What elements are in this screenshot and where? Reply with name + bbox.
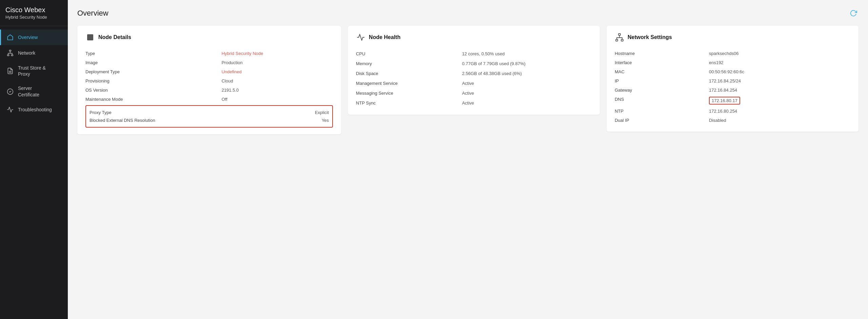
blocked-dns-row: Blocked External DNS Resolution Yes <box>90 116 329 124</box>
table-row: Image Production <box>85 58 333 67</box>
blocked-dns-value: Yes <box>322 118 329 123</box>
table-row: IP 172.16.84.25/24 <box>615 76 850 86</box>
table-row: NTP 172.16.80.254 <box>615 107 850 116</box>
hostname-value: sparksechds06 <box>709 49 850 58</box>
mac-value: 00:50:56:92:60:6c <box>709 67 850 76</box>
image-label: Image <box>85 58 221 67</box>
type-label: Type <box>85 49 221 58</box>
table-row: Dual IP Disabled <box>615 116 850 125</box>
cards-row: Node Details Type Hybrid Security Node I… <box>77 26 859 134</box>
node-health-title: Node Health <box>356 33 592 42</box>
node-health-card: Node Health CPU 12 cores, 0.50% used Mem… <box>348 26 600 115</box>
activity-icon <box>6 106 14 113</box>
certificate-icon <box>6 88 14 95</box>
server-square-icon <box>86 33 94 41</box>
ip-value: 172.16.84.25/24 <box>709 76 850 86</box>
ip-label: IP <box>615 76 709 86</box>
proxy-box: Proxy Type Explicit Blocked External DNS… <box>85 105 333 128</box>
table-row: Gateway 172.16.84.254 <box>615 86 850 95</box>
os-version-value: 2191.5.0 <box>221 86 333 95</box>
cisco-text: Cisco <box>5 6 22 14</box>
main-header: Overview <box>77 8 859 18</box>
sidebar: Cisco Webex Hybrid Security Node Overvie… <box>0 0 68 319</box>
table-row: Memory 0.77GB of 7.79GB used (9.87%) <box>356 59 592 69</box>
deployment-type-value: Undefined <box>221 67 333 76</box>
disk-space-value: 2.56GB of 48.38GB used (6%) <box>462 69 592 78</box>
dns-label: DNS <box>615 95 709 107</box>
product-subtitle: Hybrid Security Node <box>5 15 62 20</box>
ntp-value: 172.16.80.254 <box>709 107 850 116</box>
ntp-sync-value: Active <box>462 98 592 108</box>
proxy-type-label: Proxy Type <box>90 110 112 115</box>
maintenance-mode-label: Maintenance Mode <box>85 95 221 104</box>
management-service-value: Active <box>462 78 592 88</box>
sidebar-item-overview-label: Overview <box>18 34 38 40</box>
table-row: OS Version 2191.5.0 <box>85 86 333 95</box>
cpu-value: 12 cores, 0.50% used <box>462 49 592 59</box>
gateway-value: 172.16.84.254 <box>709 86 850 95</box>
deployment-type-label: Deployment Type <box>85 67 221 76</box>
table-row: Deployment Type Undefined <box>85 67 333 76</box>
sidebar-item-network-label: Network <box>18 50 35 56</box>
sidebar-item-trust-store-proxy[interactable]: Trust Store &Proxy <box>0 61 68 81</box>
dns-row: DNS 172.16.80.17 <box>615 95 850 107</box>
table-row: Maintenance Mode Off <box>85 95 333 104</box>
network-settings-icon <box>615 33 624 42</box>
network-settings-card: Network Settings Hostname sparksechds06 … <box>607 26 859 132</box>
provisioning-value: Cloud <box>221 76 333 86</box>
node-details-card: Node Details Type Hybrid Security Node I… <box>77 26 341 134</box>
messaging-service-value: Active <box>462 88 592 98</box>
page-title: Overview <box>77 9 108 18</box>
table-row: Disk Space 2.56GB of 48.38GB used (6%) <box>356 69 592 78</box>
management-service-label: Management Service <box>356 78 462 88</box>
network-topology-icon <box>615 33 624 42</box>
home-icon <box>6 34 14 41</box>
activity-health-icon <box>357 33 365 41</box>
sidebar-item-server-cert-label: ServerCertificate <box>18 85 39 97</box>
gateway-label: Gateway <box>615 86 709 95</box>
network-icon <box>6 49 14 57</box>
brand-name: Cisco Webex <box>5 6 62 14</box>
table-row: Type Hybrid Security Node <box>85 49 333 58</box>
proxy-type-row: Proxy Type Explicit <box>90 109 329 116</box>
table-row: NTP Sync Active <box>356 98 592 108</box>
node-health-table: CPU 12 cores, 0.50% used Memory 0.77GB o… <box>356 49 592 108</box>
image-value: Production <box>221 58 333 67</box>
sidebar-item-server-certificate[interactable]: ServerCertificate <box>0 81 68 101</box>
sidebar-item-trust-store-label: Trust Store &Proxy <box>18 65 46 77</box>
provisioning-label: Provisioning <box>85 76 221 86</box>
node-details-table: Type Hybrid Security Node Image Producti… <box>85 49 333 104</box>
memory-label: Memory <box>356 59 462 69</box>
dns-value: 172.16.80.17 <box>709 95 850 107</box>
main-content: Overview Node Details <box>68 0 868 319</box>
node-details-title: Node Details <box>85 33 333 42</box>
table-row: Messaging Service Active <box>356 88 592 98</box>
hostname-label: Hostname <box>615 49 709 58</box>
sidebar-item-troubleshooting-label: Troubleshooting <box>18 107 52 113</box>
sidebar-item-network[interactable]: Network <box>0 45 68 61</box>
dual-ip-label: Dual IP <box>615 116 709 125</box>
memory-value: 0.77GB of 7.79GB used (9.87%) <box>462 59 592 69</box>
table-row: Interface ens192 <box>615 58 850 67</box>
network-settings-table: Hostname sparksechds06 Interface ens192 … <box>615 49 850 125</box>
file-icon <box>6 67 14 75</box>
os-version-label: OS Version <box>85 86 221 95</box>
interface-value: ens192 <box>709 58 850 67</box>
interface-label: Interface <box>615 58 709 67</box>
refresh-button[interactable] <box>848 8 859 18</box>
ntp-sync-label: NTP Sync <box>356 98 462 108</box>
proxy-type-value: Explicit <box>315 110 329 115</box>
disk-space-label: Disk Space <box>356 69 462 78</box>
messaging-service-label: Messaging Service <box>356 88 462 98</box>
network-settings-title: Network Settings <box>615 33 850 42</box>
table-row: MAC 00:50:56:92:60:6c <box>615 67 850 76</box>
maintenance-mode-value: Off <box>221 95 333 104</box>
sidebar-nav: Overview Network <box>0 26 68 319</box>
dns-highlight-box: 172.16.80.17 <box>709 97 740 105</box>
sidebar-item-troubleshooting[interactable]: Troubleshooting <box>0 102 68 117</box>
type-value: Hybrid Security Node <box>221 49 333 58</box>
sidebar-item-overview[interactable]: Overview <box>0 30 68 45</box>
product-text: Webex <box>24 6 45 14</box>
health-icon <box>356 33 366 42</box>
sidebar-logo: Cisco Webex Hybrid Security Node <box>0 0 68 26</box>
